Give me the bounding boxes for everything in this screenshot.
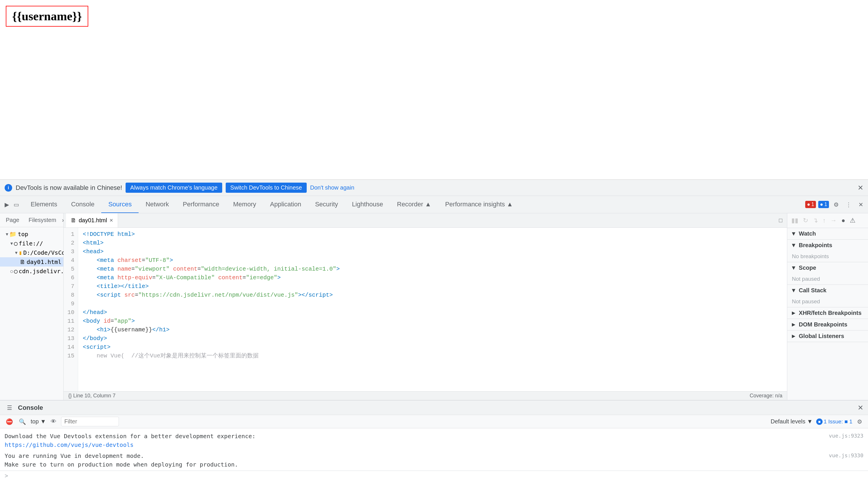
- scope-content: Not paused: [787, 273, 868, 284]
- file-tab-icon: 🗎: [71, 217, 76, 224]
- default-levels-selector[interactable]: Default levels ▼: [771, 418, 812, 425]
- close-devtools-button[interactable]: ✕: [856, 199, 866, 210]
- eye-icon[interactable]: 👁: [50, 417, 58, 426]
- dom-breakpoints-header[interactable]: ► DOM Breakpoints: [787, 319, 868, 330]
- folder-icon: ◯: [14, 240, 18, 247]
- notification-close-button[interactable]: ✕: [858, 184, 863, 192]
- match-language-button[interactable]: Always match Chrome's language: [126, 183, 222, 193]
- file-icon: 🗎: [20, 259, 26, 265]
- bracket-icon: {}: [68, 393, 72, 398]
- callstack-label: Call Stack: [799, 287, 827, 294]
- editor-tab-day01[interactable]: 🗎 day01.html ✕: [66, 213, 118, 228]
- debugger-controls: ▮▮ ↻ ↴ ↑ → ● ⚠: [787, 213, 868, 228]
- pause-button[interactable]: ▮▮: [789, 216, 800, 226]
- tree-item-top[interactable]: ▼ 📁 top: [0, 230, 63, 239]
- tab-sources[interactable]: Sources: [101, 196, 138, 213]
- folder-icon: ▮: [19, 249, 22, 256]
- console-settings-icon[interactable]: ⚙: [856, 417, 863, 426]
- dont-show-again-button[interactable]: Don't show again: [310, 184, 354, 191]
- tab-network[interactable]: Network: [138, 196, 176, 213]
- callstack-header[interactable]: ▼ Call Stack: [787, 285, 868, 296]
- info-icon: i: [5, 184, 12, 191]
- xhr-breakpoints-section: ► XHR/fetch Breakpoints: [787, 307, 868, 319]
- folder-icon: ◯: [14, 268, 18, 275]
- callstack-content: Not paused: [787, 296, 868, 307]
- console-title: Console: [18, 404, 43, 412]
- console-menu-icon[interactable]: ☰: [5, 402, 14, 414]
- tab-performance[interactable]: Performance: [176, 196, 226, 213]
- chevron-down-icon: ▼: [10, 241, 13, 246]
- xhr-breakpoints-header[interactable]: ► XHR/fetch Breakpoints: [787, 307, 868, 319]
- scope-header[interactable]: ▼ Scope: [787, 262, 868, 273]
- pause-on-exception-icon[interactable]: ⚠: [848, 216, 857, 226]
- device-icon[interactable]: ▭: [11, 199, 22, 210]
- notification-text: DevTools is now available in Chinese!: [16, 184, 122, 191]
- console-close-button[interactable]: ✕: [858, 404, 863, 412]
- scope-section: ▼ Scope Not paused: [787, 262, 868, 285]
- message-badge: ● 1: [818, 201, 829, 208]
- global-listeners-header[interactable]: ► Global Listeners: [787, 331, 868, 342]
- tab-memory[interactable]: Memory: [226, 196, 263, 213]
- tab-filesystem[interactable]: Filesystem: [25, 216, 60, 224]
- tree-item-file[interactable]: ▼ ◯ file://: [0, 239, 63, 248]
- folder-icon: 📁: [9, 231, 17, 238]
- notification-bar: i DevTools is now available in Chinese! …: [0, 180, 868, 196]
- switch-chinese-button[interactable]: Switch DevTools to Chinese: [226, 183, 307, 193]
- tab-recorder[interactable]: Recorder ▲: [390, 196, 438, 213]
- editor-panel: 🗎 day01.html ✕ □ 12345 678910 1112131415…: [64, 213, 787, 400]
- console-panel: ☰ Console ✕ ⛔ 🔍 top ▼ 👁 Default levels ▼…: [0, 400, 868, 481]
- tree-item-cdn[interactable]: ◯ ◯ cdn.jsdelivr.net: [0, 267, 63, 276]
- code-content[interactable]: <!DOCTYPE html> <html> <head> <meta char…: [78, 228, 787, 391]
- context-selector[interactable]: top ▼: [31, 418, 46, 425]
- step-button[interactable]: →: [829, 216, 838, 226]
- username-display: {{username}}: [6, 6, 88, 27]
- chevron-down-icon: ▼: [791, 230, 797, 237]
- error-badge: ● 1: [805, 201, 816, 208]
- chevron-down-icon: ▼: [791, 242, 797, 249]
- vue-devtools-link[interactable]: https://github.com/vuejs/vue-devtools: [5, 441, 134, 448]
- step-into-button[interactable]: ↴: [811, 216, 820, 226]
- scope-label: Scope: [799, 265, 816, 271]
- step-out-button[interactable]: ↑: [821, 216, 828, 226]
- tab-performance-insights[interactable]: Performance insights ▲: [438, 196, 520, 213]
- devtools-toolbar: ▶ ▭ Elements Console Sources Network Per…: [0, 196, 868, 213]
- console-line-ref[interactable]: vue.js:9323: [829, 432, 863, 440]
- breakpoints-header[interactable]: ▼ Breakpoints: [787, 240, 868, 251]
- settings-icon[interactable]: ⚙: [831, 199, 841, 210]
- step-over-button[interactable]: ↻: [801, 216, 810, 226]
- console-filter-input[interactable]: [61, 417, 119, 426]
- close-tab-icon[interactable]: ✕: [110, 218, 113, 223]
- devtools-main: Page Filesystem » ⋮ ▼ 📁 top ▼ ◯ file:// …: [0, 213, 868, 400]
- expand-editor-icon[interactable]: □: [777, 216, 785, 225]
- breakpoints-section: ▼ Breakpoints No breakpoints: [787, 240, 868, 262]
- tree-item-vscode[interactable]: ▼ ▮ D:/Code/VsCode: [0, 248, 63, 257]
- cursor-icon[interactable]: ▶: [2, 199, 11, 210]
- clear-console-icon[interactable]: ⛔: [5, 417, 14, 426]
- devtools-panel: i DevTools is now available in Chinese! …: [0, 179, 868, 481]
- console-message-1: vue.js:9323 Download the Vue Devtools ex…: [5, 431, 863, 450]
- tab-lighthouse[interactable]: Lighthouse: [345, 196, 390, 213]
- filter-icon[interactable]: 🔍: [18, 417, 27, 426]
- tab-security[interactable]: Security: [308, 196, 345, 213]
- debugger-sections: ▼ Watch ▼ Breakpoints No breakpoints ▼ S…: [787, 228, 868, 400]
- line-numbers: 12345 678910 1112131415: [64, 228, 78, 391]
- tab-elements[interactable]: Elements: [24, 196, 64, 213]
- tab-page[interactable]: Page: [2, 216, 23, 224]
- watch-header[interactable]: ▼ Watch: [787, 228, 868, 239]
- console-prompt: >: [5, 473, 8, 479]
- tab-application[interactable]: Application: [263, 196, 308, 213]
- console-input[interactable]: [10, 473, 863, 480]
- more-options-icon[interactable]: ⋮: [843, 199, 854, 210]
- issue-count: 1 Issue: ■ 1: [824, 419, 852, 425]
- tab-console[interactable]: Console: [64, 196, 101, 213]
- deactivate-breakpoints-icon[interactable]: ●: [840, 216, 847, 226]
- tree-item-day01[interactable]: 🗎 day01.html: [0, 257, 63, 267]
- coverage-status: Coverage: n/a: [750, 393, 782, 399]
- console-message-2: vue.js:9330 You are running Vue in devel…: [5, 450, 863, 471]
- xhr-breakpoints-label: XHR/fetch Breakpoints: [799, 310, 862, 316]
- issue-icon: ■: [816, 419, 823, 425]
- cursor-position: {} Line 10, Column 7: [68, 393, 116, 399]
- console-line-ref[interactable]: vue.js:9330: [829, 451, 863, 459]
- console-input-area: >: [0, 471, 868, 481]
- issue-badge[interactable]: ■ 1 Issue: ■ 1: [816, 419, 852, 425]
